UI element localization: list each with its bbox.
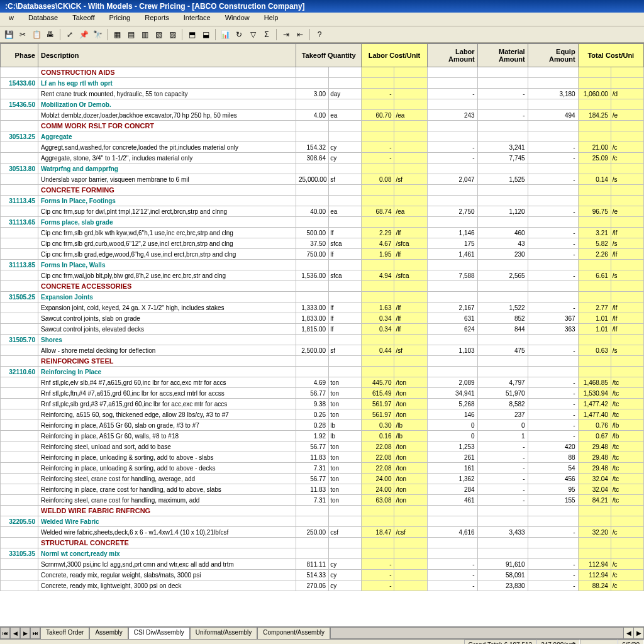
table-row[interactable]: 15436.50Mobilization Or Demob. (1, 99, 644, 110)
header-takeoff-qty[interactable]: Takeoff Quantity (296, 44, 362, 67)
spreadsheet-grid[interactable]: Phase Description Takeoff Quantity Labor… (0, 43, 644, 626)
header-phase[interactable]: Phase (1, 44, 38, 67)
table-row[interactable]: 31505.70Shores (1, 335, 644, 345)
table-row[interactable]: 30513.80Watrprfng and dampprfng (1, 164, 644, 174)
grid1-icon[interactable]: ▦ (111, 28, 123, 41)
tab-component[interactable]: Component/Assembly (257, 627, 330, 639)
table-row[interactable]: Rnf stl,plc,elv slb,#4 #7,a615,grd 60,in… (1, 377, 644, 388)
copy-icon[interactable]: 📋 (30, 28, 43, 41)
table-row[interactable]: Cip cnc frm,wal,job blt,ply,blw grd,8'h,… (1, 270, 644, 281)
header-labor-cost[interactable]: Labor Cost/Unit (362, 44, 427, 67)
pin-icon[interactable]: 📌 (77, 28, 90, 41)
filter-icon[interactable]: ▽ (247, 28, 259, 41)
table-row[interactable]: Cip cnc frm,sup for dwl,plnt tmpl,12'12'… (1, 206, 644, 217)
table-row[interactable]: STRUCTURAL CONCRETE (1, 538, 644, 548)
table-row[interactable]: WELDD WIRE FABRIC RNFRCNG (1, 506, 644, 516)
table-row[interactable]: Reinforcing in place, A615 Gr 60, slab o… (1, 420, 644, 431)
table-row[interactable]: Reinforcing in place, unloading & sortin… (1, 452, 644, 463)
table-row[interactable]: REINFORCING STEEL (1, 356, 644, 367)
sum-icon[interactable]: Σ (260, 28, 273, 41)
table-row[interactable]: Scrnmwt,3000 psi,inc lcl agg,snd,prt cmn… (1, 559, 644, 570)
table-row[interactable]: Reinforcing in place, A615 Gr 60, walls,… (1, 431, 644, 441)
tab-uniformat[interactable]: Uniformat/Assembly (190, 627, 257, 639)
header-equip-amt[interactable]: Equip Amount (528, 44, 578, 67)
table-row[interactable]: 30513.25Aggregate (1, 131, 644, 142)
table-row[interactable]: Allow - shore metal decking for deflecti… (1, 345, 644, 356)
menu-database[interactable]: Database (22, 13, 64, 23)
table-row[interactable]: 31113.65Forms place, slab grade (1, 217, 644, 228)
table-row[interactable]: Aggregate, stone, 3/4" to 1-1/2", includ… (1, 153, 644, 164)
header-mat-amt[interactable]: Material Amount (477, 44, 528, 67)
print-icon[interactable]: 🖶 (44, 28, 57, 41)
table-row[interactable]: COMM WORK RSLT FOR CONCRT (1, 121, 644, 131)
tab-last-icon[interactable]: ⏭ (30, 627, 40, 639)
grid4-icon[interactable]: ▧ (152, 28, 165, 41)
table-row[interactable]: Reinforcing in place, unloading & sortin… (1, 463, 644, 474)
table-row[interactable]: Concrete, ready mix, regular weight, sla… (1, 570, 644, 580)
tab-next-icon[interactable]: ▶ (20, 627, 30, 639)
table-row[interactable]: Rnf stl,plc,slb grd,#3 #7,a615,grd 60,in… (1, 399, 644, 409)
horizontal-scrollbar[interactable]: ◀ ▶ (330, 627, 644, 639)
scroll-left-icon[interactable]: ◀ (623, 628, 633, 638)
tab-first-icon[interactable]: ⏮ (0, 627, 10, 639)
binoculars-icon[interactable]: 🔭 (91, 28, 104, 41)
table-row[interactable]: Rent crane truck mounted, hydraulic, 55 … (1, 89, 644, 99)
table-row[interactable]: Welded wire fabric,sheets,deck,6 x 6 - w… (1, 527, 644, 538)
menu-interface[interactable]: Interface (177, 13, 217, 23)
table-row[interactable]: Reinforcing steel, unload and sort, add … (1, 441, 644, 452)
table-row[interactable]: 15433.60Lf an hs eqp rtl wth oprt (1, 78, 644, 89)
table-row[interactable]: CONCRETE FORMING (1, 185, 644, 196)
table-row[interactable]: 33105.35Norml wt concrt,ready mix (1, 548, 644, 559)
table-row[interactable]: Reinforcing in place, crane cost for han… (1, 484, 644, 495)
table-row[interactable]: Cip cnc frm,slb grd,blk wth kyw,wd,6"h,1… (1, 228, 644, 238)
expand-icon[interactable]: ⤢ (64, 28, 76, 41)
grid3-icon[interactable]: ▥ (138, 28, 151, 41)
table-row[interactable]: 31505.25Expansion Joints (1, 292, 644, 303)
layer2-icon[interactable]: ⬓ (199, 28, 212, 41)
save-icon[interactable]: 💾 (3, 28, 15, 41)
expand2-icon[interactable]: ⇤ (294, 28, 306, 41)
help-icon[interactable]: ? (313, 28, 326, 41)
menu-takeoff[interactable]: Takeoff (66, 13, 101, 23)
cut-icon[interactable]: ✂ (16, 28, 29, 41)
table-row[interactable]: Concrete, ready mix, lightweight, 3000 p… (1, 580, 644, 591)
table-row[interactable]: Cip cnc frm,slb grd,curb,wood,6"12",2 us… (1, 238, 644, 249)
table-row[interactable]: CONCRETE ACCESSORIES (1, 281, 644, 292)
tab-assembly[interactable]: Assembly (89, 627, 128, 639)
header-total[interactable]: Total Cost/Uni (578, 44, 643, 67)
table-row[interactable]: Rnf stl,plc,ftn,#4 #7,a615,grd 60,inc lb… (1, 388, 644, 399)
table-row[interactable]: Cip cnc frm,slb grad,edge,wood,6"hg,4 us… (1, 249, 644, 260)
header-labor-amt[interactable]: Labor Amount (427, 44, 477, 67)
table-row[interactable]: Expansion joint, cold, keyed, 24 ga. X 7… (1, 303, 644, 313)
table-row[interactable]: Sawcut control joints, slab on grade1,83… (1, 313, 644, 324)
table-row[interactable]: 31113.45Forms In Place, Footings (1, 196, 644, 206)
refresh-icon[interactable]: ↻ (233, 28, 245, 41)
tab-prev-icon[interactable]: ◀ (10, 627, 20, 639)
table-row[interactable]: 32110.60Reinforcing In Place (1, 367, 644, 377)
table-row[interactable]: Sawcut control joints, elevated decks1,8… (1, 324, 644, 335)
chart-icon[interactable]: 📊 (219, 28, 231, 41)
table-row[interactable]: CONSTRUCTION AIDS (1, 67, 644, 78)
table-row[interactable]: 32205.50Welded Wire Fabric (1, 516, 644, 527)
grid2-icon[interactable]: ▤ (125, 28, 137, 41)
layer1-icon[interactable]: ⬒ (186, 28, 198, 41)
table-row[interactable]: Underslab vapor barrier, visqueen membra… (1, 174, 644, 185)
table-row[interactable]: Reinforcing steel, crane cost for handli… (1, 474, 644, 484)
table-row[interactable]: 31113.85Forms In Place, Walls (1, 260, 644, 270)
menu-help[interactable]: Help (258, 13, 285, 23)
table-row[interactable]: Moblzt demblz,dozer,loader,backhoe excav… (1, 110, 644, 121)
status-blank (580, 640, 618, 644)
menu-window[interactable]: Window (219, 13, 256, 23)
scroll-right-icon[interactable]: ▶ (633, 628, 643, 638)
menu-pricing[interactable]: Pricing (103, 13, 137, 23)
table-row[interactable]: Reinforcing, a615 60, sog, thickened edg… (1, 409, 644, 420)
collapse-icon[interactable]: ⇥ (280, 28, 292, 41)
table-row[interactable]: Reinforcing steel, crane cost for handli… (1, 495, 644, 506)
tab-takeoff-order[interactable]: Takeoff Order (40, 627, 89, 639)
table-row[interactable]: Aggregt,sand,washed,for concrete,loaded … (1, 142, 644, 153)
grid5-icon[interactable]: ▨ (166, 28, 179, 41)
header-description[interactable]: Description (38, 44, 296, 67)
tab-csi-div[interactable]: CSI Div/Assembly (128, 627, 190, 639)
menu-reports[interactable]: Reports (138, 13, 175, 23)
menu-w[interactable]: w (3, 13, 20, 23)
